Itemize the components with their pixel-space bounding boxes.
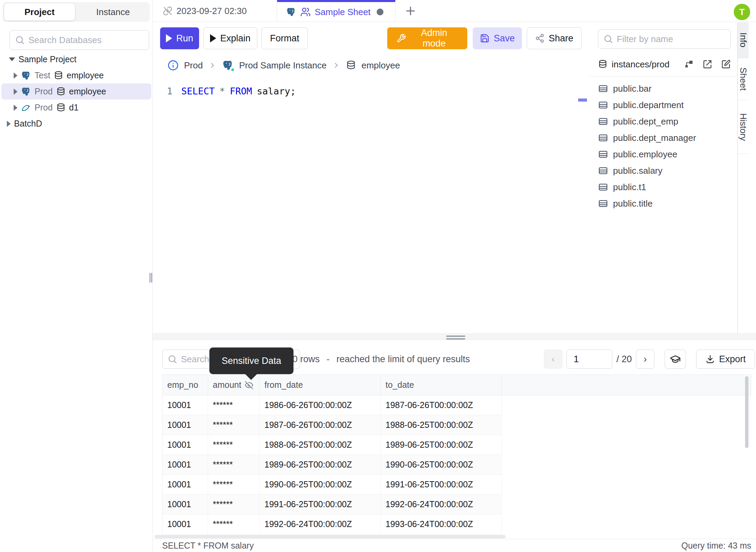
table-cell[interactable]: 1987-06-26T00:00:00Z [260,415,381,435]
table-icon [598,182,608,192]
connection-breadcrumb: Prod Prod Sample Instance employee [168,56,400,75]
explain-button[interactable]: Explain [203,27,257,49]
table-row[interactable]: 10001******1990-06-25T00:00:00Z1991-06-2… [162,475,751,495]
column-header[interactable]: from_date [260,375,381,395]
caret-right-icon[interactable] [14,105,17,111]
table-cell[interactable]: ****** [208,495,260,514]
tab-info[interactable]: Info [738,22,748,58]
table-cell[interactable]: 10001 [162,415,208,435]
sheet-tab-unsaved[interactable]: 2023-09-27 02:30 [154,0,277,22]
info-icon[interactable] [168,60,179,71]
code-line[interactable]: 1 SELECT * FROM salary; [153,83,296,98]
next-page-button[interactable]: › [636,350,654,369]
table-cell-empty [502,514,751,534]
breadcrumb-database[interactable]: employee [362,60,400,71]
breadcrumb-instance[interactable]: Prod Sample Instance [239,60,327,71]
column-header[interactable]: emp_no [162,375,208,395]
vertical-scrollbar[interactable] [745,376,748,448]
learn-button[interactable] [665,350,686,369]
schema-table-item[interactable]: public.title [598,195,735,212]
sidebar-resize-handle[interactable] [149,273,152,282]
table-cell[interactable]: 10001 [162,514,208,534]
table-cell[interactable]: 1993-06-24T00:00:00Z [381,514,502,534]
tab-project[interactable]: Project [4,3,75,21]
table-filter[interactable] [598,29,731,49]
caret-right-icon[interactable] [14,73,17,79]
table-cell[interactable]: 1989-06-25T00:00:00Z [381,435,502,455]
table-cell[interactable]: 1991-06-25T00:00:00Z [260,495,381,514]
table-cell[interactable]: 1988-06-25T00:00:00Z [381,415,502,435]
table-row[interactable]: 10001******1992-06-24T00:00:00Z1993-06-2… [162,514,751,534]
table-cell[interactable]: 1988-06-25T00:00:00Z [260,435,381,455]
admin-mode-button[interactable]: Admin mode [387,27,467,49]
page-total: / 20 [616,354,632,365]
table-cell[interactable]: 10001 [162,455,208,475]
schema-diagram-icon[interactable] [684,60,694,69]
table-row[interactable]: 10001******1986-06-26T00:00:00Z1987-06-2… [162,395,751,415]
export-button[interactable]: Export [696,350,755,369]
table-cell[interactable]: 1990-06-25T00:00:00Z [260,475,381,495]
table-cell[interactable]: ****** [208,475,260,495]
table-cell[interactable]: ****** [208,415,260,435]
sql-editor[interactable]: 1 SELECT * FROM salary; [153,79,590,333]
table-cell[interactable]: 1987-06-26T00:00:00Z [381,395,502,415]
table-row[interactable]: 10001******1991-06-25T00:00:00Z1992-06-2… [162,495,751,514]
prev-page-button[interactable]: ‹ [544,350,562,369]
table-cell[interactable]: 1989-06-25T00:00:00Z [260,455,381,475]
caret-right-icon[interactable] [7,121,11,127]
column-header[interactable]: to_date [381,375,502,395]
table-row[interactable]: 10001******1989-06-25T00:00:00Z1990-06-2… [162,455,751,475]
format-button[interactable]: Format [261,27,308,49]
schema-table-item[interactable]: public.salary [598,162,735,179]
tree-node-batchd[interactable]: BatchD [1,116,151,132]
horizontal-scrollbar[interactable] [155,535,506,538]
table-cell[interactable]: 1986-06-26T00:00:00Z [260,395,381,415]
database-search[interactable] [10,30,149,50]
sheet-tab-label: 2023-09-27 02:30 [177,6,247,16]
page-number-input[interactable] [566,350,612,369]
table-cell[interactable]: 1990-06-25T00:00:00Z [381,455,502,475]
table-row[interactable]: 10001******1987-06-26T00:00:00Z1988-06-2… [162,415,751,435]
table-cell[interactable]: ****** [208,455,260,475]
database-search-input[interactable] [28,35,144,45]
table-cell[interactable]: ****** [208,435,260,455]
schema-table-item[interactable]: public.bar [598,80,735,97]
tree-node-sample-project[interactable]: Sample Project [1,51,151,67]
tree-node-database-selected[interactable]: Prod employee [1,83,151,100]
schema-table-item[interactable]: public.department [598,97,735,113]
schema-table-item[interactable]: public.dept_emp [598,113,735,130]
sheet-tab-active[interactable]: Sample Sheet [277,0,395,22]
table-cell[interactable]: 10001 [162,475,208,495]
table-row[interactable]: 10001******1988-06-25T00:00:00Z1989-06-2… [162,435,751,455]
table-filter-input[interactable] [617,34,726,44]
table-cell[interactable]: ****** [208,514,260,534]
schema-table-name: public.employee [613,149,677,160]
schema-table-item[interactable]: public.dept_manager [598,130,735,146]
caret-right-icon[interactable] [14,89,17,95]
eye-off-icon[interactable] [245,381,253,390]
edit-icon[interactable] [721,60,731,69]
tree-node-database[interactable]: Prod d1 [1,100,151,116]
schema-table-item[interactable]: public.t1 [598,179,735,195]
table-cell[interactable]: 10001 [162,395,208,415]
table-cell[interactable]: 1992-06-24T00:00:00Z [260,514,381,534]
save-button[interactable]: Save [473,27,522,49]
table-cell[interactable]: 10001 [162,435,208,455]
admin-mode-label: Admin mode [410,28,458,49]
tab-instance[interactable]: Instance [78,3,148,21]
tab-sheet[interactable]: Sheet [738,58,748,100]
schema-table-item[interactable]: public.employee [598,146,735,162]
caret-down-icon[interactable] [9,57,15,61]
tab-history[interactable]: History [738,100,748,154]
table-cell[interactable]: 10001 [162,495,208,514]
breadcrumb-environment[interactable]: Prod [184,60,203,71]
share-button[interactable]: Share [527,27,582,49]
tree-node-database[interactable]: Test employee [1,67,151,83]
table-cell[interactable]: 1991-06-25T00:00:00Z [381,475,502,495]
external-link-icon[interactable] [703,60,712,69]
table-cell[interactable]: ****** [208,395,260,415]
add-sheet-button[interactable] [400,3,421,19]
avatar[interactable]: T [734,4,750,20]
run-button[interactable]: Run [160,27,199,49]
table-cell[interactable]: 1992-06-24T00:00:00Z [381,495,502,514]
